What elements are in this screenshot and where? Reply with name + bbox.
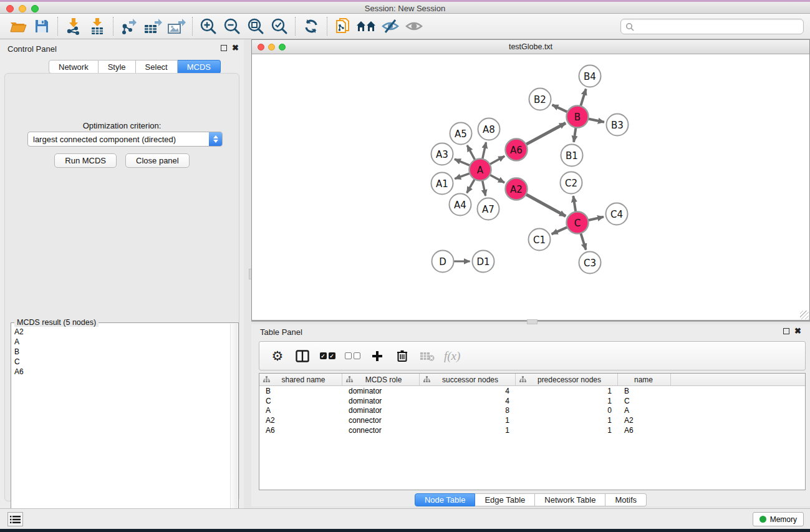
graph-node-A[interactable]: A <box>470 159 491 181</box>
tab-style[interactable]: Style <box>99 60 136 74</box>
hide-selected-button[interactable] <box>378 16 402 37</box>
table-cell[interactable]: 1 <box>516 426 618 435</box>
table-cell[interactable]: connector <box>342 426 420 435</box>
gear-button[interactable]: ⚙ <box>269 347 286 365</box>
column-header[interactable]: successor nodes <box>420 374 516 385</box>
edge-A-A7[interactable] <box>483 180 486 196</box>
duplicate-network-button[interactable] <box>331 16 355 37</box>
search-input[interactable] <box>637 22 803 31</box>
import-table-button[interactable] <box>85 16 109 37</box>
graph-node-C3[interactable]: C3 <box>579 252 601 274</box>
tab-mcds[interactable]: MCDS <box>178 60 221 74</box>
table-cell[interactable]: 4 <box>420 397 516 405</box>
column-header[interactable]: shared name <box>259 374 342 385</box>
network-window-titlebar[interactable]: testGlobe.txt <box>252 40 809 54</box>
graph-node-A1[interactable]: A1 <box>432 173 453 195</box>
table-cell[interactable]: dominator <box>342 397 420 405</box>
float-table-panel-icon[interactable] <box>783 328 789 334</box>
edge-A-A1[interactable] <box>455 173 470 179</box>
graph-node-C4[interactable]: C4 <box>606 203 628 225</box>
search-field[interactable] <box>620 19 804 34</box>
graph-node-B3[interactable]: B3 <box>607 114 629 136</box>
open-session-button[interactable] <box>6 16 30 37</box>
graph-node-D[interactable]: D <box>432 251 454 273</box>
tab-motifs[interactable]: Motifs <box>605 493 647 506</box>
table-cell[interactable]: 4 <box>420 387 516 395</box>
export-image-button[interactable] <box>165 16 188 37</box>
show-all-button[interactable] <box>402 16 426 37</box>
import-network-button[interactable] <box>62 16 85 37</box>
mcds-result-item[interactable]: A6 <box>13 367 229 377</box>
zoom-in-button[interactable] <box>196 16 220 37</box>
graph-node-A8[interactable]: A8 <box>478 118 500 140</box>
close-table-panel-icon[interactable]: ✖ <box>794 328 801 334</box>
deselect-all-button[interactable] <box>344 347 360 365</box>
zoom-fit-button[interactable] <box>244 16 268 37</box>
edge-A-A5[interactable] <box>467 145 475 160</box>
optimization-criterion-select[interactable]: largest connected component (directed) <box>27 132 223 147</box>
edge-A-A6[interactable] <box>489 156 504 164</box>
node-table[interactable]: shared nameMCDS rolesuccessor nodesprede… <box>259 373 806 490</box>
save-session-button[interactable] <box>30 16 54 37</box>
edge-B-B2[interactable] <box>552 105 567 112</box>
close-panel-button[interactable]: Close panel <box>125 153 190 168</box>
split-view-button[interactable] <box>294 347 311 365</box>
edge-A-A4[interactable] <box>467 179 475 193</box>
refresh-button[interactable] <box>299 16 323 37</box>
graph-node-A6[interactable]: A6 <box>506 139 528 161</box>
table-row[interactable]: A2connector11A2 <box>259 415 805 425</box>
table-row[interactable]: Bdominator41B <box>259 386 805 396</box>
table-cell[interactable]: connector <box>342 416 420 425</box>
graph-node-A4[interactable]: A4 <box>450 194 471 216</box>
table-cell[interactable]: A6 <box>259 426 342 435</box>
graph-node-C[interactable]: C <box>567 212 589 234</box>
network-canvas[interactable]: B4B2BB3A8A5A6A3B1AC2A1A2A4A7C4CC1C3DD1 <box>253 55 809 319</box>
mcds-result-item[interactable]: A <box>13 337 229 347</box>
function-builder-button[interactable]: f(x) <box>444 347 460 365</box>
graph-node-C2[interactable]: C2 <box>561 172 582 194</box>
table-row[interactable]: Adominator80A <box>259 406 805 416</box>
column-header[interactable]: predecessor nodes <box>516 374 618 385</box>
table-row[interactable]: Cdominator41C <box>259 396 805 406</box>
table-cell[interactable]: 0 <box>516 406 618 415</box>
edge-A6-B[interactable] <box>526 123 566 144</box>
table-cell[interactable]: 1 <box>516 416 618 425</box>
graph-node-B2[interactable]: B2 <box>529 89 551 110</box>
close-panel-icon[interactable]: ✖ <box>232 45 239 51</box>
table-row[interactable]: A6connector11A6 <box>259 425 805 435</box>
table-cell[interactable]: B <box>259 387 342 395</box>
table-cell[interactable]: 1 <box>420 416 516 425</box>
edge-C-C2[interactable] <box>573 196 576 211</box>
edge-C-C1[interactable] <box>552 227 567 234</box>
edge-A-A2[interactable] <box>489 175 504 183</box>
graph-node-D1[interactable]: D1 <box>473 251 494 273</box>
table-cell[interactable]: A <box>259 406 342 415</box>
graph-node-C1[interactable]: C1 <box>529 229 551 251</box>
edge-C-C4[interactable] <box>588 217 604 221</box>
table-cell[interactable]: dominator <box>342 387 420 395</box>
graph-node-A7[interactable]: A7 <box>478 198 499 220</box>
edge-C-C3[interactable] <box>581 233 586 250</box>
tab-select[interactable]: Select <box>136 60 178 74</box>
vertical-split-handle[interactable] <box>527 319 538 324</box>
first-neighbors-button[interactable] <box>355 16 378 37</box>
table-cell[interactable]: 1 <box>420 426 516 435</box>
graph-node-A3[interactable]: A3 <box>432 143 453 165</box>
edge-A2-C[interactable] <box>526 194 566 216</box>
window-resize-grip[interactable] <box>800 311 809 319</box>
delete-column-button[interactable] <box>394 347 410 365</box>
select-all-button[interactable]: ✓✓ <box>319 347 335 365</box>
run-mcds-button[interactable]: Run MCDS <box>54 153 117 168</box>
mcds-result-item[interactable]: A2 <box>13 327 229 337</box>
graph-node-B[interactable]: B <box>567 106 589 128</box>
memory-status-button[interactable]: Memory <box>753 512 804 526</box>
column-header[interactable]: MCDS role <box>342 374 420 385</box>
table-cell[interactable]: C <box>259 397 342 405</box>
zoom-out-button[interactable] <box>220 16 244 37</box>
table-cell[interactable]: 1 <box>516 397 618 405</box>
table-cell[interactable]: A <box>618 406 671 415</box>
graph-node-B1[interactable]: B1 <box>561 145 583 167</box>
table-cell[interactable]: A6 <box>618 426 671 435</box>
delete-table-button[interactable] <box>419 347 435 365</box>
export-table-button[interactable] <box>141 16 165 37</box>
